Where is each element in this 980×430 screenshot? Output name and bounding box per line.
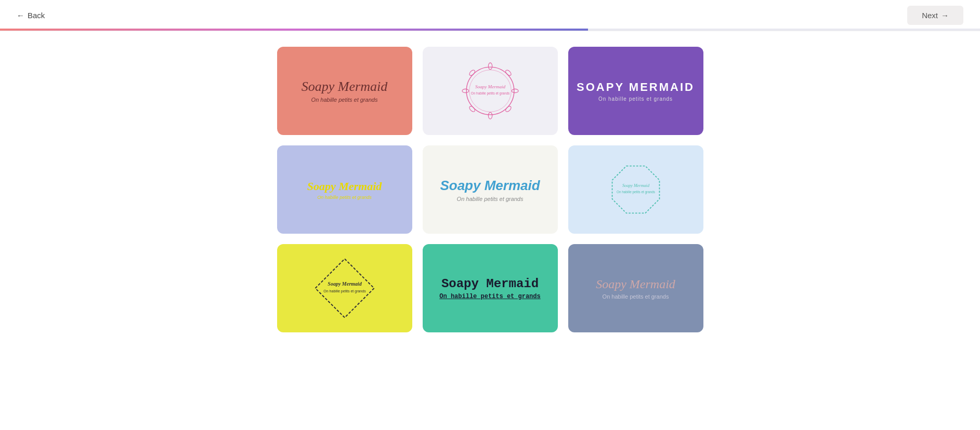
svg-text:Soapy Mermaid: Soapy Mermaid <box>475 84 505 89</box>
card-6-octagon-svg: Soapy Mermaid On habille petits et grand… <box>610 161 662 218</box>
svg-point-9 <box>504 105 512 113</box>
card-2-ornament-svg: Soapy Mermaid On habille petits et grand… <box>462 60 519 122</box>
logo-card-9[interactable]: Soapy Mermaid On habille petits et grand… <box>568 244 703 332</box>
card-9-subtitle: On habille petits et grands <box>596 293 675 300</box>
svg-point-7 <box>504 69 512 76</box>
card-3-title: SOAPY MERMAID <box>577 80 695 94</box>
svg-text:Soapy Mermaid: Soapy Mermaid <box>622 183 650 188</box>
progress-bar-fill <box>0 29 588 31</box>
svg-point-3 <box>488 112 492 119</box>
logo-card-5[interactable]: Soapy Mermaid On habille petits et grand… <box>423 145 558 234</box>
card-7-content: Soapy Mermaid On habille petits et grand… <box>277 244 412 332</box>
logo-card-3[interactable]: SOAPY MERMAID On habille petits et grand… <box>568 47 703 135</box>
svg-text:On habille petits et grands: On habille petits et grands <box>471 91 509 96</box>
card-1-title: Soapy Mermaid <box>302 79 387 95</box>
card-9-content: Soapy Mermaid On habille petits et grand… <box>596 277 675 300</box>
svg-rect-15 <box>315 259 374 317</box>
svg-marker-12 <box>612 166 659 213</box>
card-8-content: Soapy Mermaid On habille petits et grand… <box>439 277 540 300</box>
back-arrow-icon: ← <box>17 11 24 20</box>
logo-card-8[interactable]: Soapy Mermaid On habille petits et grand… <box>423 244 558 332</box>
logo-card-6[interactable]: Soapy Mermaid On habille petits et grand… <box>568 145 703 234</box>
next-button[interactable]: Next → <box>907 6 963 25</box>
header: ← Back Next → <box>0 0 980 31</box>
svg-point-1 <box>469 70 511 112</box>
progress-bar-track <box>0 29 980 31</box>
svg-text:On habille petits et grands: On habille petits et grands <box>617 190 655 194</box>
card-8-title: Soapy Mermaid <box>439 277 540 291</box>
next-arrow-icon: → <box>941 11 949 20</box>
card-4-title: Soapy Mermaid <box>307 180 382 193</box>
next-label: Next <box>922 11 938 20</box>
card-7-diamond-svg: Soapy Mermaid On habille petits et grand… <box>311 254 378 322</box>
logo-card-1[interactable]: Soapy Mermaid On habille petits et grand… <box>277 47 412 135</box>
svg-text:On habille petits et grands: On habille petits et grands <box>323 289 366 293</box>
logo-card-2[interactable]: Soapy Mermaid On habille petits et grand… <box>423 47 558 135</box>
card-3-content: SOAPY MERMAID On habille petits et grand… <box>577 80 695 102</box>
logo-card-4[interactable]: Soapy Mermaid On habille petits et grand… <box>277 145 412 234</box>
svg-point-4 <box>462 89 468 92</box>
card-4-content: Soapy Mermaid On habille petits et grand… <box>307 180 382 200</box>
card-1-subtitle: On habille petits et grands <box>302 97 387 103</box>
card-8-subtitle: On habille petits et grands <box>439 293 540 300</box>
logo-grid: Soapy Mermaid On habille petits et grand… <box>277 47 703 332</box>
card-4-subtitle: On habille petits et grands <box>307 195 382 200</box>
svg-text:Soapy Mermaid: Soapy Mermaid <box>328 281 362 287</box>
svg-point-8 <box>468 105 476 113</box>
back-label: Back <box>28 11 45 20</box>
logo-grid-container: Soapy Mermaid On habille petits et grand… <box>0 31 980 348</box>
card-1-content: Soapy Mermaid On habille petits et grand… <box>302 79 387 103</box>
card-5-title: Soapy Mermaid <box>440 178 540 194</box>
card-6-content: Soapy Mermaid On habille petits et grand… <box>610 164 662 216</box>
svg-point-5 <box>512 89 518 92</box>
back-button[interactable]: ← Back <box>17 11 45 20</box>
svg-point-6 <box>468 69 476 76</box>
card-2-content: Soapy Mermaid On habille petits et grand… <box>462 62 519 119</box>
card-5-content: Soapy Mermaid On habille petits et grand… <box>440 178 540 202</box>
logo-card-7[interactable]: Soapy Mermaid On habille petits et grand… <box>277 244 412 332</box>
card-5-subtitle: On habille petits et grands <box>440 196 540 202</box>
card-3-subtitle: On habille petits et grands <box>577 96 695 102</box>
card-9-title: Soapy Mermaid <box>596 277 675 291</box>
svg-point-2 <box>488 63 492 70</box>
